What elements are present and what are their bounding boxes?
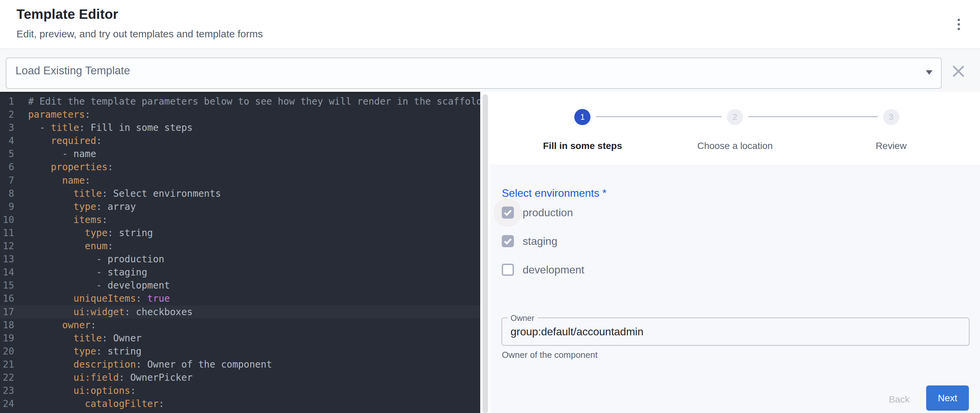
code-text: description: Owner of the component <box>14 358 272 371</box>
code-line-17: 17 ui:widget: checkboxes <box>0 305 480 318</box>
step-number-badge: 3 <box>883 109 899 125</box>
step-number-badge: 2 <box>727 109 743 125</box>
code-text: enum: <box>14 240 113 253</box>
code-text: type: string <box>14 226 153 240</box>
line-number: 6 <box>0 160 14 173</box>
line-number: 8 <box>0 187 14 200</box>
checkbox-option-staging[interactable]: staging <box>502 233 557 249</box>
code-text: - development <box>14 279 170 292</box>
code-line-13: 13 - production <box>0 253 480 266</box>
line-number: 19 <box>0 332 14 345</box>
step-label: Review <box>876 141 907 151</box>
code-text: properties: <box>14 160 113 173</box>
code-text: owner: <box>14 318 96 332</box>
line-number: 5 <box>0 147 14 160</box>
code-text: ui:widget: checkboxes <box>14 305 192 318</box>
code-editor[interactable]: 1# Edit the template parameters below to… <box>0 92 480 413</box>
code-line-10: 10 items: <box>0 213 480 226</box>
stepper-step-2[interactable]: 2Choose a location <box>697 109 773 151</box>
next-button[interactable]: Next <box>926 385 969 411</box>
code-text: uniqueItems: true <box>14 292 170 305</box>
line-number: 9 <box>0 200 14 213</box>
code-line-6: 6 properties: <box>0 160 480 173</box>
code-text: ui:field: OwnerPicker <box>14 371 192 384</box>
line-number: 4 <box>0 134 14 147</box>
line-number: 18 <box>0 318 14 332</box>
checkbox-checked-icon[interactable] <box>502 235 514 247</box>
line-number: 7 <box>0 174 14 187</box>
stepper-step-3[interactable]: 3Review <box>876 109 907 151</box>
code-line-5: 5 - name <box>0 147 480 160</box>
owner-input[interactable] <box>502 318 969 345</box>
line-number: 3 <box>0 121 14 134</box>
panel-resize-handle[interactable] <box>483 94 488 413</box>
kebab-menu-icon[interactable] <box>950 12 967 37</box>
line-number: 1 <box>0 95 14 108</box>
code-text: parameters: <box>14 108 91 121</box>
code-line-9: 9 type: array <box>0 200 480 213</box>
owner-field: Owner <box>501 318 970 346</box>
code-line-7: 7 name: <box>0 174 480 187</box>
code-text: - production <box>14 253 164 266</box>
code-line-12: 12 enum: <box>0 240 480 253</box>
template-preview-panel: 1Fill in some steps2Choose a location3Re… <box>490 92 980 413</box>
toolbar: Load Existing Template <box>0 48 980 92</box>
page-title: Template Editor <box>16 7 118 21</box>
code-text: title: Owner <box>14 332 142 345</box>
caret-down-icon <box>926 70 932 75</box>
line-number: 11 <box>0 226 14 240</box>
code-line-23: 23 ui:options: <box>0 384 480 397</box>
code-text: - name <box>14 147 96 160</box>
code-line-22: 22 ui:field: OwnerPicker <box>0 371 480 384</box>
select-environments-label: Select environments * <box>502 186 606 200</box>
code-line-2: 2parameters: <box>0 108 480 121</box>
code-text: # Edit the template parameters below to … <box>14 95 480 108</box>
form-area: Select environments * productionstagingd… <box>490 164 980 413</box>
code-line-19: 19 title: Owner <box>0 332 480 345</box>
step-label: Choose a location <box>697 141 773 151</box>
checkbox-option-development[interactable]: development <box>502 261 584 278</box>
line-number: 10 <box>0 213 14 226</box>
code-text: type: string <box>14 345 142 358</box>
stepper-step-1[interactable]: 1Fill in some steps <box>543 109 622 151</box>
line-number: 15 <box>0 279 14 292</box>
line-number: 16 <box>0 292 14 305</box>
code-text: required: <box>14 134 102 147</box>
code-line-20: 20 type: string <box>0 345 480 358</box>
code-line-11: 11 type: string <box>0 226 480 240</box>
code-lines: 1# Edit the template parameters below to… <box>0 95 480 410</box>
code-text: - staging <box>14 266 147 279</box>
page-subtitle: Edit, preview, and try out templates and… <box>16 29 263 39</box>
select-value: Load Existing Template <box>6 64 130 77</box>
checkbox-unchecked-icon[interactable] <box>502 264 514 276</box>
back-button[interactable]: Back <box>877 390 921 409</box>
code-line-16: 16 uniqueItems: true <box>0 292 480 305</box>
line-number: 22 <box>0 371 14 384</box>
step-label: Fill in some steps <box>543 141 622 151</box>
line-number: 21 <box>0 358 14 371</box>
code-text: type: array <box>14 200 136 213</box>
code-line-3: 3 - title: Fill in some steps <box>0 121 480 134</box>
line-number: 2 <box>0 108 14 121</box>
checkbox-checked-icon[interactable] <box>502 206 514 219</box>
code-line-14: 14 - staging <box>0 266 480 279</box>
code-line-15: 15 - development <box>0 279 480 292</box>
close-icon[interactable] <box>951 64 966 79</box>
load-existing-template-select[interactable]: Load Existing Template <box>6 57 942 89</box>
code-text: title: Select environments <box>14 187 221 200</box>
checkbox-label: staging <box>523 235 557 248</box>
step-number-badge: 1 <box>574 109 590 125</box>
line-number: 12 <box>0 240 14 253</box>
line-number: 17 <box>0 305 14 318</box>
line-number: 23 <box>0 384 14 397</box>
owner-helper-text: Owner of the component <box>502 349 598 361</box>
checkbox-label: production <box>523 206 573 219</box>
line-number: 14 <box>0 266 14 279</box>
code-text: items: <box>14 213 108 226</box>
line-number: 13 <box>0 253 14 266</box>
code-line-4: 4 required: <box>0 134 480 147</box>
checkbox-option-production[interactable]: production <box>502 204 573 221</box>
code-line-8: 8 title: Select environments <box>0 187 480 200</box>
code-text: catalogFilter: <box>14 397 164 410</box>
code-line-21: 21 description: Owner of the component <box>0 358 480 371</box>
